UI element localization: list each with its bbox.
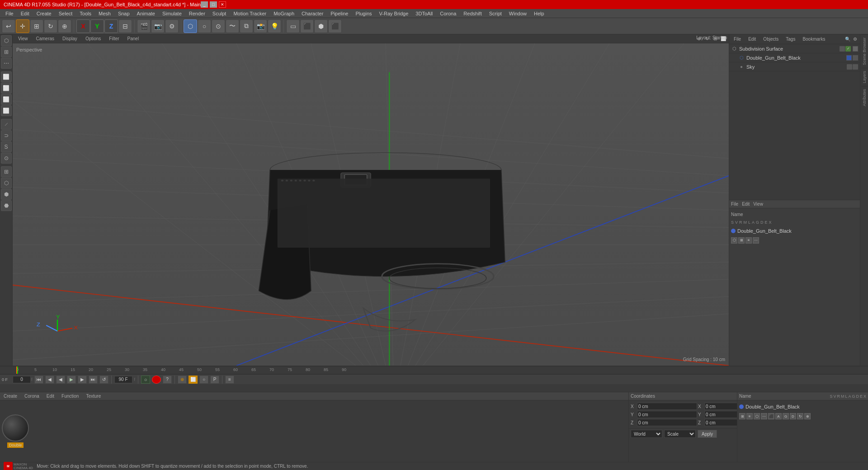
menu-edit[interactable]: Edit [17,9,33,18]
btn-prev-frame[interactable]: ◀ [45,376,54,384]
toolbar-deform-btn[interactable]: ⧉ [240,19,253,33]
menu-help[interactable]: Help [530,9,548,18]
toolbar-scene-btn[interactable]: ⬛ [300,19,314,33]
toolbar-render-btn[interactable]: 🎬 [137,19,151,33]
tool-edge[interactable]: ⊞ [1,47,12,57]
bottom-attrs-tool9[interactable]: ↻ [797,413,803,419]
btn-kf-mode1[interactable]: ⬜ [189,376,198,384]
toolbar-tag-btn[interactable]: ⬛ [328,19,342,33]
mat-tab-texture[interactable]: Texture [84,394,103,399]
attrs-tab-edit[interactable]: Edit [742,202,750,207]
tool-magnet[interactable]: ⊃ [1,130,12,141]
om-tab-tags[interactable]: Tags [783,37,798,42]
btn-kf-mode3[interactable]: P [210,376,219,384]
menu-select[interactable]: Select [55,9,76,18]
coord-system-select[interactable]: World Object [631,430,662,438]
object-item-belt[interactable]: ⬡ Double_Gun_Belt_Black [729,53,860,62]
toolbar-material-btn[interactable]: ⬢ [314,19,328,33]
bottom-attrs-tool7[interactable]: G [783,413,789,419]
menu-animate[interactable]: Animate [133,9,159,18]
attrs-icon-3[interactable]: ≡ [745,237,752,244]
menu-script[interactable]: Script [486,9,505,18]
menu-mesh[interactable]: Mesh [95,9,114,18]
tab-scene-browser[interactable]: Scene Browser [861,34,868,68]
toolbar-undo-btn[interactable]: ↩ [2,19,15,33]
coord-z-input[interactable] [637,419,697,426]
attrs-tab-view[interactable]: View [753,202,763,207]
viewport-tab-display[interactable]: Display [59,35,81,43]
om-tab-objects[interactable]: Objects [760,37,781,42]
tool-obj-mode[interactable]: ⬜ [1,71,12,82]
toolbar-render-settings[interactable]: ⚙ [165,19,179,33]
btn-record-auto[interactable]: ○ [141,376,150,384]
coord-y-input[interactable] [637,411,697,418]
menu-sculpt[interactable]: Sculpt [209,9,230,18]
btn-timeline-options[interactable]: ≡ [225,376,234,384]
btn-kf-mode2[interactable]: ○ [199,376,208,384]
btn-play-back[interactable]: ◀ [56,376,65,384]
maximize-button[interactable]: □ [210,1,217,8]
menu-file[interactable]: File [2,9,17,18]
apply-button[interactable]: Apply [698,430,717,438]
menu-corona[interactable]: Corona [436,9,460,18]
frame-current-input[interactable] [13,376,31,383]
tab-attributes[interactable]: Attributes [861,86,868,109]
btn-go-end[interactable]: ⏭ [89,376,98,384]
toolbar-camera-btn[interactable]: 📸 [254,19,267,33]
viewport-tab-panel[interactable]: Panel [124,35,143,43]
tool-line[interactable]: ⟋ [1,119,12,130]
btn-loop[interactable]: ↺ [99,376,108,384]
btn-record[interactable] [152,376,161,384]
mat-tab-function[interactable]: Function [60,394,80,399]
attrs-icon-1[interactable]: ⬡ [731,237,737,244]
toolbar-light-btn[interactable]: 💡 [268,19,281,33]
toolbar-render-to-po[interactable]: 📷 [151,19,165,33]
tool-obj-mode2[interactable]: ⬜ [1,83,12,94]
menu-vray[interactable]: V-Ray Bridge [376,9,412,18]
bottom-attrs-tool5[interactable]: ⬛ [768,413,774,419]
attrs-object-row[interactable]: Double_Gun_Belt_Black [731,226,858,235]
tool-smooth[interactable]: S [1,141,12,152]
btn-record-help[interactable]: ? [163,376,172,384]
viewport-tab-cameras[interactable]: Cameras [33,35,58,43]
btn-play-fwd[interactable]: ▶ [67,376,76,384]
toolbar-world-axis[interactable]: ⊟ [118,19,132,33]
toolbar-sphere-btn[interactable]: ○ [198,19,211,33]
toolbar-move-btn[interactable]: ✛ [16,19,29,33]
material-item-double[interactable]: Double [2,414,29,448]
toolbar-y-axis[interactable]: Y [90,19,104,33]
tool-hex1[interactable]: ⬡ [1,178,12,188]
material-preview-double[interactable] [2,414,29,442]
viewport-tab-filter[interactable]: Filter [105,35,123,43]
tool-brush[interactable]: ⊙ [1,153,12,164]
om-settings-icon[interactable]: ⚙ [852,36,858,42]
timeline-playhead[interactable] [16,367,17,374]
menu-3dtoall[interactable]: 3DToAll [412,9,436,18]
bottom-attrs-tool6[interactable]: A [775,413,782,419]
viewport-tab-options[interactable]: Options [82,35,104,43]
mat-tab-corona[interactable]: Corona [23,394,41,399]
om-tab-bookmarks[interactable]: Bookmarks [800,37,828,42]
tool-grid[interactable]: ⊞ [1,166,12,177]
toolbar-spline-btn[interactable]: 〜 [226,19,239,33]
bottom-attrs-tool10[interactable]: ⊕ [804,413,811,419]
menu-pipeline[interactable]: Pipeline [327,9,352,18]
attrs-tab-file[interactable]: File [731,202,738,207]
bottom-attrs-tool8[interactable]: D [790,413,796,419]
menu-snap[interactable]: Snap [114,9,133,18]
tool-polygon[interactable]: ⬡ [1,35,12,46]
bottom-attrs-obj-row[interactable]: Double_Gun_Belt_Black [739,402,866,411]
frame-end-input[interactable] [114,376,132,383]
viewport-canvas[interactable]: X Y Z Perspective Grid Spacing : 10 cm [13,43,729,366]
tool-point[interactable]: ⋯ [1,58,12,69]
toolbar-cylinder-btn[interactable]: ⊙ [212,19,225,33]
toolbar-z-axis[interactable]: Z [104,19,118,33]
menu-plugins[interactable]: Plugins [352,9,375,18]
toolbar-floor-btn[interactable]: ▭ [286,19,300,33]
close-button[interactable]: ✕ [219,1,226,8]
btn-kf-add[interactable]: ⊕ [178,376,187,384]
mat-tab-create[interactable]: Create [2,394,19,399]
btn-next-frame[interactable]: ▶ [78,376,87,384]
toolbar-rotate-btn[interactable]: ↻ [44,19,57,33]
attrs-icon-4[interactable]: ⋯ [753,237,759,244]
